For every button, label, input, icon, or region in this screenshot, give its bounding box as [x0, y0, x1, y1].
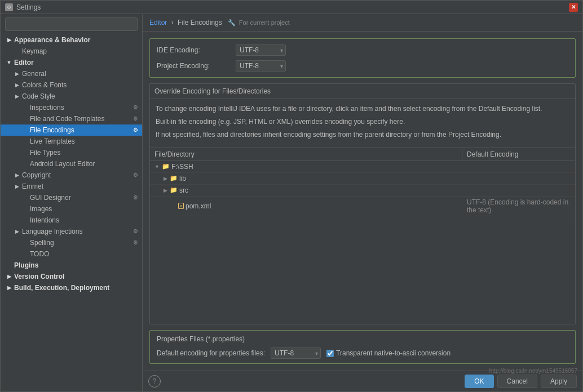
sidebar-item-label: Intentions	[30, 216, 59, 224]
sidebar-item-gui-designer[interactable]: ▶ GUI Designer ⚙	[1, 192, 142, 203]
sidebar-item-file-code-templates[interactable]: ▶ File and Code Templates ⚙	[1, 113, 142, 124]
table-col-encoding: Default Encoding	[462, 148, 575, 161]
window-icon: ⚙	[5, 3, 13, 11]
sidebar-item-intentions[interactable]: ▶ Intentions	[1, 215, 142, 226]
arrow-icon: ▶	[13, 228, 21, 235]
sidebar-item-live-templates[interactable]: ▶ Live Templates	[1, 136, 142, 147]
sidebar-item-label: TODO	[30, 250, 49, 258]
sidebar-item-inspections[interactable]: ▶ Inspections ⚙	[1, 102, 142, 113]
title-bar: ⚙ Settings ✕	[1, 1, 582, 14]
table-col-file: File/Directory	[150, 148, 462, 161]
arrow-icon: ▶	[13, 171, 21, 179]
window-title: Settings	[16, 3, 569, 11]
project-label: 🔧 For current project	[228, 19, 290, 26]
sidebar-item-label: Images	[30, 205, 52, 213]
ok-button[interactable]: OK	[465, 375, 493, 388]
file-table: File/Directory Default Encoding ▼ 📁	[150, 148, 575, 324]
cancel-button[interactable]: Cancel	[497, 375, 537, 388]
sidebar-item-label: GUI Designer	[30, 194, 71, 202]
sidebar-item-label: Copyright	[22, 171, 51, 179]
ide-encoding-wrapper: UTF-8 UTF-16 ISO-8859-1	[236, 44, 286, 56]
breadcrumb-current: File Encodings	[178, 19, 222, 26]
sidebar-item-copyright[interactable]: ▶ Copyright ⚙	[1, 170, 142, 181]
arrow-icon: ▶	[13, 81, 21, 89]
table-cell-filename: ▶ 📁 lib	[150, 173, 462, 184]
project-encoding-label: Project Encoding:	[157, 62, 236, 70]
breadcrumb-editor[interactable]: Editor	[149, 19, 167, 26]
sidebar-item-label: Editor	[14, 59, 34, 66]
project-label-text: For current project	[239, 19, 290, 26]
properties-encoding-select[interactable]: UTF-8 UTF-16 ISO-8859-1	[271, 348, 321, 359]
sidebar-item-label: Inspections	[30, 104, 64, 112]
project-encoding-select[interactable]: UTF-8 UTF-16 ISO-8859-1	[236, 60, 286, 72]
sidebar-item-emmet[interactable]: ▶ Emmet	[1, 181, 142, 192]
project-encoding-row: Project Encoding: UTF-8 UTF-16 ISO-8859-…	[157, 60, 568, 72]
table-cell-encoding	[462, 177, 575, 180]
panel-content: IDE Encoding: UTF-8 UTF-16 ISO-8859-1 Pr…	[143, 32, 582, 371]
transparent-checkbox-label: Transparent native-to-ascii conversion	[336, 349, 450, 357]
row-arrow: ▶	[164, 188, 167, 193]
sidebar-item-label: File and Code Templates	[30, 115, 105, 123]
settings-icon: ⚙	[133, 228, 140, 235]
sidebar-item-spelling[interactable]: ▶ Spelling ⚙	[1, 237, 142, 248]
tree-row-item: ▼ 📁 F:\SSH	[154, 163, 458, 171]
panel-header: Editor › File Encodings 🔧 For current pr…	[143, 14, 582, 32]
file-name: pom.xml	[186, 202, 211, 210]
table-row[interactable]: ▶ 📁 lib	[150, 173, 575, 185]
properties-section: Properties Files (*.properties) Default …	[149, 330, 576, 364]
ide-encoding-select[interactable]: UTF-8 UTF-16 ISO-8859-1	[236, 44, 286, 56]
apply-button[interactable]: Apply	[541, 375, 577, 388]
settings-icon: ⚙	[133, 239, 140, 246]
sidebar-item-images[interactable]: ▶ Images	[1, 203, 142, 215]
table-body: ▼ 📁 F:\SSH	[150, 161, 575, 324]
sidebar-item-editor[interactable]: ▼ Editor	[1, 57, 142, 68]
transparent-checkbox[interactable]	[326, 350, 334, 357]
sidebar-item-file-types[interactable]: ▶ File Types	[1, 147, 142, 158]
close-button[interactable]: ✕	[569, 3, 578, 12]
override-section: Override Encoding for Files/Directories …	[149, 83, 576, 324]
sidebar-item-label: File Types	[30, 149, 60, 157]
sidebar-item-plugins[interactable]: ▶ Plugins	[1, 260, 142, 271]
xml-icon: x	[178, 203, 184, 209]
sidebar-item-code-style[interactable]: ▶ Code Style	[1, 91, 142, 102]
properties-title: Properties Files (*.properties)	[157, 335, 568, 343]
table-cell-encoding	[462, 165, 575, 168]
search-input[interactable]	[5, 17, 138, 31]
table-header: File/Directory Default Encoding	[150, 148, 575, 161]
tree-row-item: x pom.xml	[154, 202, 458, 210]
sidebar-item-label: Spelling	[30, 239, 54, 247]
folder-icon: 📁	[170, 175, 178, 182]
sidebar-item-keymap[interactable]: ▶ Keymap	[1, 46, 142, 57]
sidebar-item-label: Language Injections	[22, 228, 82, 235]
sidebar-item-label: General	[22, 70, 46, 78]
table-row[interactable]: ▶ 📁 src	[150, 185, 575, 197]
sidebar-item-todo[interactable]: ▶ TODO	[1, 248, 142, 260]
arrow-icon: ▶	[5, 36, 13, 44]
table-cell-filename: x pom.xml	[150, 201, 462, 212]
table-row[interactable]: ▼ 📁 F:\SSH	[150, 161, 575, 173]
table-row[interactable]: x pom.xml UTF-8 (Encoding is hard-coded …	[150, 197, 575, 216]
override-title: Override Encoding for Files/Directories	[150, 84, 575, 99]
help-button[interactable]: ?	[148, 375, 161, 387]
arrow-icon: ▶	[13, 182, 21, 190]
settings-icon: ⚙	[133, 194, 140, 201]
sidebar-item-build-execution[interactable]: ▶ Build, Execution, Deployment	[1, 282, 142, 293]
sidebar-item-label: Android Layout Editor	[30, 160, 95, 168]
override-desc-3: If not specified, files and directories …	[156, 130, 569, 140]
sidebar-item-colors-fonts[interactable]: ▶ Colors & Fonts	[1, 79, 142, 91]
properties-encoding-wrapper: UTF-8 UTF-16 ISO-8859-1	[271, 348, 321, 359]
settings-icon: ⚙	[133, 104, 140, 111]
row-arrow: ▶	[164, 176, 167, 181]
file-name: F:\SSH	[171, 163, 193, 171]
sidebar-item-appearance[interactable]: ▶ Appearance & Behavior	[1, 34, 142, 46]
sidebar-item-android-layout-editor[interactable]: ▶ Android Layout Editor	[1, 158, 142, 170]
file-name: lib	[179, 175, 186, 182]
sidebar-item-label: Plugins	[14, 261, 38, 269]
sidebar-item-general[interactable]: ▶ General	[1, 68, 142, 79]
ide-encoding-row: IDE Encoding: UTF-8 UTF-16 ISO-8859-1	[157, 44, 568, 56]
sidebar-item-language-injections[interactable]: ▶ Language Injections ⚙	[1, 226, 142, 237]
ide-encoding-label: IDE Encoding:	[157, 46, 236, 54]
override-desc: To change encoding IntelliJ IDEA uses fo…	[150, 99, 575, 148]
sidebar-item-file-encodings[interactable]: ▶ File Encodings ⚙	[1, 124, 142, 136]
sidebar-item-version-control[interactable]: ▶ Version Control	[1, 271, 142, 282]
